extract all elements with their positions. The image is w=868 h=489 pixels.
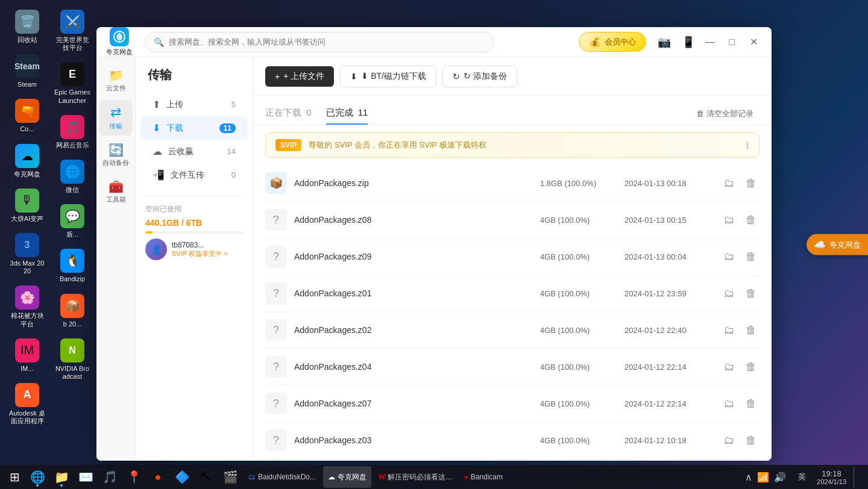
tabs-area: 正在下载 0 已完成 11 🗑 清空全部记录 — [253, 95, 772, 125]
file-size: 4GB (100.0%) — [540, 289, 624, 298]
show-desktop-button[interactable] — [854, 466, 858, 488]
taskbar-music[interactable]: 🎵 — [99, 466, 121, 488]
mobile-icon[interactable]: 📱 — [680, 34, 697, 51]
desktop-icon-quark[interactable]: ☁ 夸克网盘 — [6, 140, 48, 182]
nav-transfer[interactable]: ⇄ 传输 — [99, 100, 133, 135]
desktop-icon-epic[interactable]: E Epic Games Launcher — [51, 58, 93, 108]
upload-icon: ⬆ — [153, 99, 160, 110]
sidebar-item-cloudwin[interactable]: ☁ 云收赢 14 — [140, 140, 248, 163]
nav-auto-backup-label: 自动备份 — [102, 158, 129, 167]
file-folder-button[interactable]: 🗂 — [721, 175, 738, 192]
file-folder-button[interactable]: 🗂 — [721, 432, 738, 449]
sidebar-download-badge: 11 — [219, 123, 236, 133]
file-delete-button[interactable]: 🗑 — [743, 211, 760, 228]
desktop-icon-cs[interactable]: 🔫 Co... — [6, 95, 48, 137]
add-backup-button[interactable]: ↻ ↻ 添加备份 — [442, 66, 517, 87]
start-button[interactable]: ⊞ — [5, 467, 24, 487]
desktop-icon-netease[interactable]: 🎵 网易云音乐 — [51, 111, 93, 153]
file-size: 4GB (100.0%) — [540, 436, 624, 445]
file-folder-button[interactable]: 🗂 — [721, 358, 738, 375]
file-folder-button[interactable]: 🗂 — [721, 211, 738, 228]
taskbar-explorer[interactable]: 📁 — [51, 466, 72, 488]
file-size: 4GB (100.0%) — [540, 326, 624, 335]
nav-cloud-file[interactable]: 📁 云文件 — [99, 63, 133, 98]
nav-toolbox[interactable]: 🧰 工具箱 — [99, 175, 133, 209]
desktop-icon-autodesk[interactable]: A Autodesk 桌面应用程序 — [6, 379, 48, 429]
tray-expand-icon[interactable]: ∧ — [744, 470, 753, 484]
file-name: AddonPackages.z04 — [294, 362, 540, 372]
taskbar-map[interactable]: 📍 — [123, 466, 145, 488]
user-row[interactable]: 👤 tb87083... SVIP 权益享受中 > — [136, 238, 253, 260]
titlebar-icons: 📷 📱 — [656, 34, 697, 51]
file-delete-button[interactable]: 🗑 — [743, 285, 760, 302]
taskbar-lang[interactable]: 英 — [794, 472, 810, 482]
file-delete-button[interactable]: 🗑 — [743, 432, 760, 449]
file-folder-button[interactable]: 🗂 — [721, 322, 738, 338]
float-widget[interactable]: ☁️ 夸克网盘 — [807, 234, 868, 255]
taskbar-bandicam[interactable]: ●Bandicam — [459, 466, 508, 488]
taskbar-jieya[interactable]: W解压密码必须看这... — [374, 466, 456, 488]
clear-all-button[interactable]: 🗑 清空全部记录 — [690, 105, 760, 123]
file-delete-button[interactable]: 🗑 — [743, 248, 760, 265]
file-name: AddonPackages.z07 — [294, 399, 540, 408]
close-button[interactable]: ✕ — [745, 34, 762, 51]
file-size: 4GB (100.0%) — [540, 399, 624, 408]
sidebar-item-filetransfer[interactable]: 📲 文件互传 0 — [140, 163, 248, 187]
tab-downloading[interactable]: 正在下载 0 — [265, 102, 312, 125]
taskbar-edge[interactable]: 🌐 — [27, 466, 48, 488]
window-controls: — □ ✕ — [702, 34, 762, 51]
taskbar-obs[interactable]: 🎬 — [219, 466, 241, 488]
file-row: ? AddonPackages.z04 4GB (100.0%) 2024-01… — [265, 349, 760, 385]
sidebar-upload-label: 上传 — [166, 99, 231, 110]
desktop-icon-recycle[interactable]: 🗑️ 回收站 — [6, 6, 48, 48]
svip-banner: SVIP 尊敬的 SVIP 会员，你正在享用 SVIP 极速下载特权 ℹ — [265, 132, 760, 158]
desktop-icon-qq[interactable]: 🐧 Bandizip — [51, 245, 93, 287]
taskbar-clock[interactable]: 19:18 2024/1/13 — [812, 469, 851, 485]
file-actions: 🗂 🗑 — [721, 322, 760, 338]
file-row: 📦 AddonPackages.zip 1.8GB (100.0%) 2024-… — [265, 165, 760, 202]
file-delete-button[interactable]: 🗑 — [743, 395, 760, 412]
desktop-icon-msedge[interactable]: 🌐 微信 — [51, 156, 93, 198]
user-avatar: 👤 — [145, 238, 167, 260]
sidebar-filetransfer-label: 文件互传 — [171, 170, 231, 181]
upload-file-button[interactable]: + + 上传文件 — [265, 66, 334, 87]
desktop-icon-bandizip[interactable]: 📦 b 20... — [51, 290, 93, 332]
desktop-icon-im[interactable]: IM IM... — [6, 335, 48, 376]
sidebar-item-upload[interactable]: ⬆ 上传 5 — [140, 93, 248, 116]
file-folder-button[interactable]: 🗂 — [721, 248, 738, 265]
desktop-icon-nvidia[interactable]: N NVIDIA Broadcast — [51, 335, 93, 384]
desktop-icon-mihua[interactable]: 🌸 棉花被方块平台 — [6, 282, 48, 331]
taskbar-reddit[interactable]: ● — [147, 466, 169, 488]
desktop-icon-3dsmax[interactable]: 3 3ds Max 2020 — [6, 229, 48, 279]
nav-auto-backup[interactable]: 🔄 自动备份 — [99, 138, 133, 172]
tray-wifi-icon[interactable]: 📶 — [756, 470, 770, 484]
file-delete-button[interactable]: 🗑 — [743, 322, 760, 338]
desktop-icon-wanjie[interactable]: ⚔️ 完美世界竞技平台 — [51, 6, 93, 55]
bt-download-button[interactable]: ⬇ ⬇ BT/磁力链下载 — [340, 66, 436, 87]
camera-icon[interactable]: 📷 — [656, 34, 673, 51]
search-input[interactable] — [169, 37, 485, 46]
taskbar-proxifier[interactable]: 🔷 — [171, 466, 193, 488]
tab-completed[interactable]: 已完成 11 — [326, 102, 368, 125]
desktop-icon-steam[interactable]: Steam Steam — [6, 51, 48, 92]
minimize-button[interactable]: — — [702, 34, 719, 51]
file-delete-button[interactable]: 🗑 — [743, 175, 760, 192]
desktop-icon-dabing[interactable]: 🎙 大饼AI变声 — [6, 185, 48, 226]
maximize-button[interactable]: □ — [723, 34, 740, 51]
taskbar-mc[interactable]: ⛏ — [195, 466, 217, 488]
trash-icon: 🗑 — [696, 109, 704, 118]
tray-volume-icon[interactable]: 🔊 — [773, 470, 787, 484]
svip-info-icon[interactable]: ℹ — [746, 140, 749, 151]
file-folder-button[interactable]: 🗂 — [721, 285, 738, 302]
desktop-icon-wechat[interactable]: 💬 盾... — [51, 201, 93, 242]
user-info: tb87083... SVIP 权益享受中 > — [172, 241, 243, 258]
file-folder-button[interactable]: 🗂 — [721, 395, 738, 412]
sidebar-item-download[interactable]: ⬇ 下载 11 — [140, 116, 248, 140]
search-bar[interactable]: 🔍 — [145, 32, 494, 52]
file-delete-button[interactable]: 🗑 — [743, 358, 760, 375]
taskbar-mail[interactable]: ✉️ — [75, 466, 96, 488]
taskbar-baidunetdisk[interactable]: 🗂BaiduNetdiskDo... — [244, 466, 321, 488]
sidebar: 传输 ⬆ 上传 5 ⬇ 下载 11 ☁ 云收赢 14 📲 — [136, 57, 253, 461]
taskbar-quark[interactable]: ☁夸克网盘 — [323, 466, 371, 488]
vip-button[interactable]: 💰 会员中心 — [579, 32, 646, 52]
